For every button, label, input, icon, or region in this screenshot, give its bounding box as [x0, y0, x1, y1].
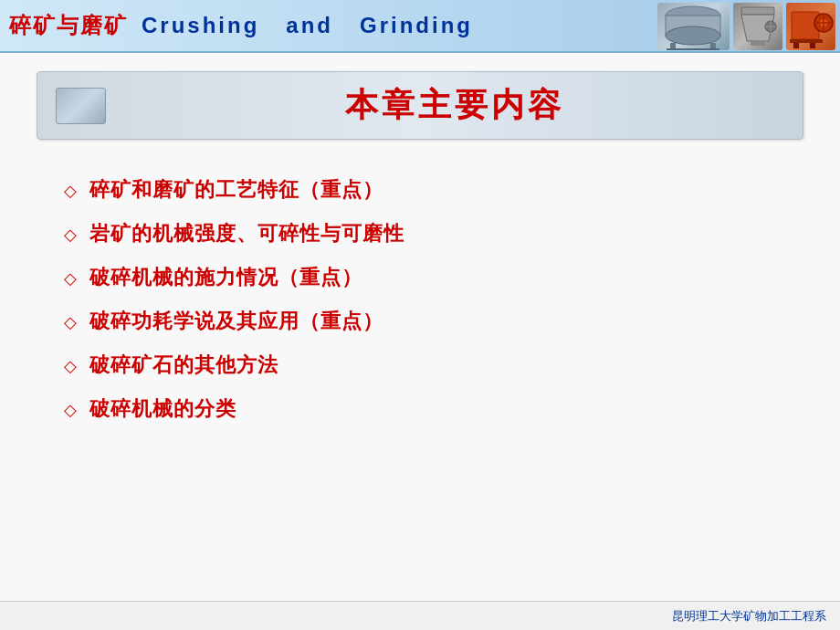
content-item-text-1: 碎矿和磨矿的工艺特征（重点） — [89, 176, 383, 204]
diamond-icon-4: ◇ — [64, 312, 82, 331]
diamond-icon-3: ◇ — [64, 268, 82, 287]
header-en-crushing: Crushing — [142, 13, 259, 37]
header-title-en: Crushing and Grinding — [142, 13, 473, 38]
chapter-banner-icon — [56, 88, 106, 124]
header-title-cn: 碎矿与磨矿 — [9, 11, 128, 40]
footer: 昆明理工大学矿物加工工程系 — [0, 601, 840, 630]
header: 碎矿与磨矿 Crushing and Grinding — [0, 0, 840, 53]
header-img-grinder — [657, 3, 730, 50]
list-item: ◇ 碎矿和磨矿的工艺特征（重点） — [64, 176, 803, 204]
header-en-grinding: Grinding — [360, 13, 473, 37]
svg-rect-3 — [670, 43, 676, 49]
diamond-icon-6: ◇ — [64, 400, 82, 418]
content-item-text-3: 破碎机械的施力情况（重点） — [89, 264, 362, 291]
list-item: ◇ 破碎矿石的其他方法 — [64, 352, 803, 379]
list-item: ◇ 破碎功耗学说及其应用（重点） — [64, 308, 803, 335]
list-item: ◇ 岩矿的机械强度、可碎性与可磨性 — [64, 220, 803, 247]
diamond-icon-1: ◇ — [64, 181, 82, 199]
diamond-icon-5: ◇ — [64, 356, 82, 374]
svg-rect-6 — [741, 7, 774, 15]
content-item-text-2: 岩矿的机械强度、可碎性与可磨性 — [89, 220, 404, 247]
header-images — [657, 0, 840, 53]
crusher-svg — [734, 3, 782, 50]
grinder-svg — [657, 3, 729, 50]
content-list: ◇ 碎矿和磨矿的工艺特征（重点） ◇ 岩矿的机械强度、可碎性与可磨性 ◇ 破碎机… — [37, 167, 803, 423]
slide-container: 碎矿与磨矿 Crushing and Grinding — [0, 0, 840, 630]
main-content: 本章主要内容 ◇ 碎矿和磨矿的工艺特征（重点） ◇ 岩矿的机械强度、可碎性与可磨… — [0, 53, 840, 601]
content-item-text-5: 破碎矿石的其他方法 — [89, 352, 278, 379]
chapter-banner: 本章主要内容 — [37, 71, 803, 140]
header-img-crusher — [733, 3, 782, 50]
chapter-banner-title: 本章主要内容 — [124, 83, 784, 128]
svg-rect-8 — [751, 41, 765, 46]
header-img-machine — [786, 3, 835, 50]
header-en-and: and — [286, 13, 333, 37]
machine-svg — [787, 3, 835, 50]
list-item: ◇ 破碎机械的施力情况（重点） — [64, 264, 803, 291]
svg-rect-17 — [790, 39, 823, 43]
svg-rect-5 — [667, 48, 719, 50]
svg-point-2 — [666, 26, 720, 45]
content-item-text-6: 破碎机械的分类 — [89, 395, 236, 423]
svg-rect-18 — [793, 43, 799, 48]
content-item-text-4: 破碎功耗学说及其应用（重点） — [89, 308, 383, 335]
svg-rect-4 — [710, 43, 716, 49]
diamond-icon-2: ◇ — [64, 225, 82, 243]
footer-text: 昆明理工大学矿物加工工程系 — [672, 608, 826, 625]
list-item: ◇ 破碎机械的分类 — [64, 395, 803, 423]
svg-rect-19 — [810, 43, 815, 48]
